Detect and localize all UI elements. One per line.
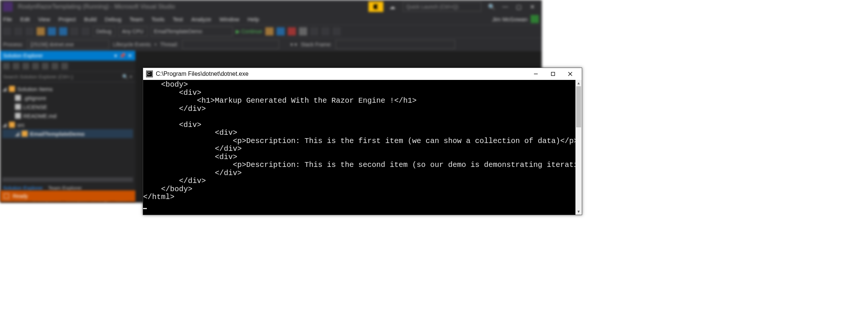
open-file-icon[interactable] <box>37 27 45 35</box>
vs-debug-toolbar: Process: [25156] dotnet.exe Lifecycle Ev… <box>0 38 542 51</box>
menu-team[interactable]: Team <box>130 16 143 22</box>
collapse-icon[interactable] <box>32 63 39 69</box>
panel-dropdown-icon[interactable]: ▾ <box>114 53 117 59</box>
scroll-thumb[interactable] <box>576 86 581 127</box>
break-all-icon[interactable] <box>265 27 274 35</box>
panel-pin-icon[interactable]: 📌 <box>119 53 126 59</box>
tree-file-license[interactable]: LICENSE <box>2 102 133 111</box>
console-output[interactable]: <body> <div> <h1>Markup Generated With t… <box>143 80 575 215</box>
console-app-icon: C: <box>146 71 153 77</box>
nav-back-button[interactable] <box>3 27 11 35</box>
tree-project-emailtemplatedemo[interactable]: ◢ EmailTemplateDemo <box>2 129 133 138</box>
startup-project-combo[interactable]: EmailTemplateDemo <box>151 27 233 36</box>
search-icon[interactable]: 🔍 ▾ <box>122 74 132 80</box>
preview-icon[interactable] <box>61 63 68 69</box>
vs-menubar: File Edit View Project Build Debug Team … <box>0 13 542 25</box>
stackframe-combo[interactable] <box>336 40 455 49</box>
minimize-button[interactable]: — <box>500 1 510 12</box>
horizontal-scrollbar[interactable] <box>2 177 133 182</box>
menu-analyze[interactable]: Analyze <box>191 16 211 22</box>
solution-explorer-header[interactable]: Solution Explorer ▾ 📌 ✕ <box>0 51 135 60</box>
file-icon <box>15 95 21 101</box>
solution-explorer-toolbar <box>0 60 135 72</box>
vs-window-title: RoslynRazorTemplating (Running) - Micros… <box>18 3 175 10</box>
new-project-button[interactable] <box>25 27 34 35</box>
pause-icon[interactable] <box>277 27 285 35</box>
folder-icon <box>9 86 15 92</box>
step-over-icon[interactable] <box>321 27 330 35</box>
step-into-icon[interactable] <box>310 27 318 35</box>
home-icon[interactable] <box>3 63 10 69</box>
csproj-icon <box>22 131 28 137</box>
vs-toolbar: Debug Any CPU EmailTemplateDemo ▶ Contin… <box>0 25 542 38</box>
search-icon[interactable]: 🔍 <box>486 1 497 12</box>
stackframe-label: Stack Frame: <box>301 41 332 47</box>
vs-logo-icon <box>3 2 13 12</box>
scroll-up-icon[interactable]: ▲ <box>575 80 582 86</box>
menu-file[interactable]: File <box>3 16 12 22</box>
menu-view[interactable]: View <box>38 16 50 22</box>
process-label: Process: <box>3 41 23 47</box>
undo-button[interactable] <box>70 27 78 35</box>
console-cursor <box>143 208 147 209</box>
tree-file-readme[interactable]: README.md <box>2 111 133 120</box>
folder-icon <box>9 122 15 128</box>
properties-icon[interactable] <box>52 63 58 69</box>
save-icon[interactable] <box>48 27 56 35</box>
menu-help[interactable]: Help <box>248 16 259 22</box>
solution-explorer-panel: Solution Explorer ▾ 📌 ✕ Search Solution … <box>0 51 135 203</box>
menu-build[interactable]: Build <box>84 16 96 22</box>
lifecycle-label[interactable]: Lifecycle Events <box>113 41 151 47</box>
restart-icon[interactable] <box>299 27 307 35</box>
platform-combo[interactable]: Any CPU <box>118 27 148 36</box>
panel-close-icon[interactable]: ✕ <box>128 53 132 59</box>
redo-button[interactable] <box>81 27 90 35</box>
sync-icon[interactable] <box>13 63 19 69</box>
menu-window[interactable]: Window <box>219 16 239 22</box>
status-icon <box>4 193 9 199</box>
step-out-icon[interactable] <box>333 27 341 35</box>
continue-button[interactable]: ▶ Continue <box>236 28 262 34</box>
feedback-icon[interactable]: ☁ <box>387 1 398 12</box>
save-all-icon[interactable] <box>59 27 67 35</box>
quick-launch-input[interactable]: Quick Launch (Ctrl+Q) <box>403 2 481 12</box>
solution-explorer-search-placeholder: Search Solution Explorer (Ctrl+;) <box>3 74 73 80</box>
console-scrollbar[interactable]: ▲ ▼ <box>575 80 582 215</box>
console-maximize-button[interactable] <box>544 68 562 80</box>
console-title-text: C:\Program Files\dotnet\dotnet.exe <box>156 71 248 77</box>
scroll-down-icon[interactable]: ▼ <box>575 208 582 215</box>
maximize-button[interactable]: ▢ <box>513 1 524 12</box>
svg-rect-5 <box>552 72 555 76</box>
refresh-icon[interactable] <box>22 63 29 69</box>
file-icon <box>15 113 21 119</box>
close-button[interactable]: ✕ <box>527 1 537 12</box>
vs-titlebar: RoslynRazorTemplating (Running) - Micros… <box>0 0 542 13</box>
tree-file-gitignore[interactable]: .gitignore <box>2 93 133 102</box>
vs-status-bar: Ready <box>0 190 135 202</box>
quick-launch-placeholder: Quick Launch (Ctrl+Q) <box>406 4 458 10</box>
user-avatar-icon[interactable] <box>531 15 539 23</box>
thread-label: Thread: <box>160 41 178 47</box>
solution-explorer-title: Solution Explorer <box>3 53 43 59</box>
tree-folder-solution-items[interactable]: ◢ Solution Items <box>2 84 133 93</box>
menu-project[interactable]: Project <box>58 16 76 22</box>
menu-test[interactable]: Test <box>173 16 183 22</box>
show-all-icon[interactable] <box>42 63 49 69</box>
solution-explorer-search[interactable]: Search Solution Explorer (Ctrl+;) 🔍 ▾ <box>0 72 135 82</box>
notifications-flag-icon[interactable] <box>368 1 383 12</box>
menu-edit[interactable]: Edit <box>20 16 30 22</box>
signed-in-user[interactable]: Jim McGowan <box>492 16 528 22</box>
thread-combo[interactable] <box>182 40 279 49</box>
menu-debug[interactable]: Debug <box>105 16 121 22</box>
stop-icon[interactable] <box>288 27 296 35</box>
menu-tools[interactable]: Tools <box>151 16 164 22</box>
console-minimize-button[interactable] <box>527 68 544 80</box>
tree-folder-src[interactable]: ◢ src <box>2 120 133 129</box>
process-combo[interactable]: [25156] dotnet.exe <box>27 40 109 49</box>
console-close-button[interactable] <box>562 68 579 80</box>
solution-tree[interactable]: ◢ Solution Items .gitignore LICENSE READ… <box>0 82 135 176</box>
console-titlebar[interactable]: C: C:\Program Files\dotnet\dotnet.exe <box>143 68 582 80</box>
nav-fwd-button[interactable] <box>14 27 22 35</box>
status-text: Ready <box>13 193 28 199</box>
configuration-combo[interactable]: Debug <box>93 27 115 36</box>
